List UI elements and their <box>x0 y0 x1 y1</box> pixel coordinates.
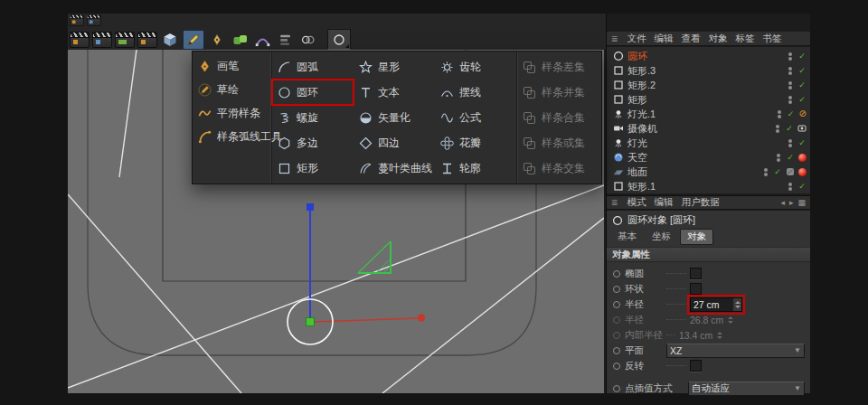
panel-options-icon[interactable]: ▦ <box>797 198 806 207</box>
object-name[interactable]: 矩形.1 <box>627 180 656 193</box>
om-menu-edit[interactable]: 编辑 <box>655 33 674 45</box>
radius-value[interactable]: 27 cm <box>691 299 733 310</box>
menu-item-arc[interactable]: 圆弧 <box>272 54 354 80</box>
menu-item-cycloid[interactable]: 摆线 <box>435 80 516 105</box>
render-team-icon[interactable] <box>137 32 157 48</box>
origin-handle[interactable] <box>307 318 315 326</box>
panel-menu-icon[interactable]: ≣ <box>611 34 619 43</box>
enabled-check-icon[interactable]: ✓ <box>787 109 796 118</box>
om-menu-bookmarks[interactable]: 书签 <box>763 33 782 45</box>
menu-item-cogwheel[interactable]: 齿轮 <box>435 54 516 80</box>
object-row-rectangle2[interactable]: 矩形.2 ✓ <box>607 78 810 92</box>
visibility-dots[interactable] <box>788 67 794 75</box>
x-axis-handle-line[interactable] <box>314 318 418 322</box>
material-tag[interactable] <box>798 154 807 162</box>
keyframe-dot-icon[interactable] <box>613 286 620 293</box>
interpolation-dropdown[interactable]: 自动适应 ▼ <box>688 381 805 396</box>
menu-item-pen[interactable]: 画笔 <box>193 54 271 78</box>
menu-item-vectorizer[interactable]: 矢量化 <box>354 105 435 130</box>
object-row-floor[interactable]: 地面 ✓ <box>607 165 810 179</box>
render-region-icon[interactable] <box>92 32 112 48</box>
spinner[interactable] <box>733 298 741 311</box>
modifiers-icon[interactable] <box>275 31 295 49</box>
material-tag[interactable] <box>798 168 807 176</box>
enabled-check-icon[interactable]: ✓ <box>797 66 807 75</box>
circle-spline-button[interactable] <box>327 29 351 50</box>
camera-view-toggle-icon[interactable] <box>797 124 807 133</box>
object-name[interactable]: 矩形 <box>627 93 647 107</box>
boole-icon[interactable] <box>297 31 317 49</box>
menu-item-helix[interactable]: 螺旋 <box>272 105 354 130</box>
object-name[interactable]: 天空 <box>627 151 647 165</box>
menu-item-profile[interactable]: 轮廓 <box>435 155 516 181</box>
keyframe-dot-icon[interactable] <box>613 301 620 308</box>
menu-item-spline-smooth[interactable]: 平滑样条 <box>193 101 271 125</box>
object-row-camera[interactable]: 摄像机 ✓ <box>607 121 810 136</box>
object-row-rectangle1[interactable]: 矩形.1 ✓ <box>607 179 810 193</box>
enabled-check-icon[interactable]: ✓ <box>797 138 807 147</box>
compositing-tag[interactable] <box>786 167 795 176</box>
enabled-check-icon[interactable]: ✓ <box>773 167 782 176</box>
tab-basic[interactable]: 基本 <box>611 230 643 244</box>
cube-primitive-icon[interactable] <box>160 31 180 49</box>
object-name[interactable]: 矩形.2 <box>627 79 656 92</box>
visibility-dots[interactable] <box>788 52 794 61</box>
plane-dropdown[interactable]: XZ ▼ <box>666 344 805 358</box>
bezier-icon[interactable] <box>252 31 272 49</box>
object-name[interactable]: 灯光.1 <box>627 108 656 121</box>
render-settings-icon[interactable] <box>87 14 101 26</box>
enabled-check-icon[interactable]: ✓ <box>797 52 807 61</box>
render-picture-viewer-icon[interactable] <box>115 32 135 48</box>
enabled-check-icon[interactable]: ✓ <box>797 80 807 89</box>
keyframe-dot-icon[interactable] <box>613 385 620 392</box>
visibility-dots[interactable] <box>776 125 781 133</box>
spline-curve-1[interactable] <box>68 194 241 393</box>
visibility-dots[interactable] <box>788 96 794 104</box>
object-row-circle[interactable]: 圆环 ✓ <box>607 49 810 63</box>
menu-item-circle[interactable]: 圆环 <box>272 80 354 105</box>
keyframe-dot-icon[interactable] <box>613 270 620 278</box>
enabled-check-icon[interactable]: ✓ <box>785 124 794 133</box>
render-active-view-icon[interactable] <box>70 32 90 48</box>
ring-checkbox[interactable] <box>690 283 702 295</box>
history-back-icon[interactable]: ◂ <box>780 198 785 207</box>
menu-item-rectangle[interactable]: 矩形 <box>272 155 354 181</box>
spline-curve-3[interactable] <box>382 218 604 393</box>
visibility-dots[interactable] <box>778 110 783 118</box>
object-row-sky[interactable]: 天空 ✓ <box>607 150 810 165</box>
om-menu-file[interactable]: 文件 <box>627 33 646 45</box>
reverse-checkbox[interactable] <box>690 360 702 372</box>
menu-item-text[interactable]: 文本 <box>354 80 435 105</box>
spline-curve-4[interactable] <box>119 50 137 177</box>
spline-pen-icon[interactable] <box>183 30 204 50</box>
generators-icon[interactable] <box>230 31 250 49</box>
visibility-dots[interactable] <box>777 154 782 162</box>
object-row-light[interactable]: 灯光 ✓ <box>607 136 810 150</box>
tab-object[interactable]: 对象 <box>680 229 713 245</box>
am-menu-mode[interactable]: 模式 <box>627 196 646 209</box>
ellipse-checkbox[interactable] <box>690 268 702 279</box>
enabled-check-icon[interactable]: ✓ <box>797 95 807 104</box>
visibility-dots[interactable] <box>788 139 794 147</box>
light-disabled-icon[interactable]: ⊘ <box>799 109 807 118</box>
panel-menu-icon[interactable]: ≣ <box>611 198 619 207</box>
om-menu-objects[interactable]: 对象 <box>709 33 728 45</box>
keyframe-dot-icon[interactable] <box>613 363 620 370</box>
visibility-dots[interactable] <box>764 168 769 176</box>
object-row-rectangle[interactable]: 矩形 ✓ <box>607 92 810 107</box>
enabled-check-icon[interactable]: ✓ <box>797 182 807 191</box>
menu-item-4side[interactable]: 四边 <box>354 130 435 155</box>
menu-item-spline-arc-tool[interactable]: 样条弧线工具 <box>193 125 271 148</box>
object-row-rectangle3[interactable]: 矩形.3 ✓ <box>607 63 810 78</box>
object-name[interactable]: 矩形.3 <box>627 64 656 78</box>
am-menu-edit[interactable]: 编辑 <box>655 196 674 209</box>
om-menu-tags[interactable]: 标签 <box>736 33 755 45</box>
object-name[interactable]: 地面 <box>627 165 647 179</box>
radius-input[interactable]: 27 cm <box>690 297 742 312</box>
history-forward-icon[interactable]: ▸ <box>789 198 794 207</box>
menu-item-formula[interactable]: 公式 <box>435 105 516 130</box>
pen-tool-icon[interactable] <box>207 31 227 49</box>
object-name[interactable]: 圆环 <box>627 50 647 63</box>
menu-item-star[interactable]: 星形 <box>354 54 435 80</box>
y-axis-handle[interactable] <box>307 203 314 211</box>
